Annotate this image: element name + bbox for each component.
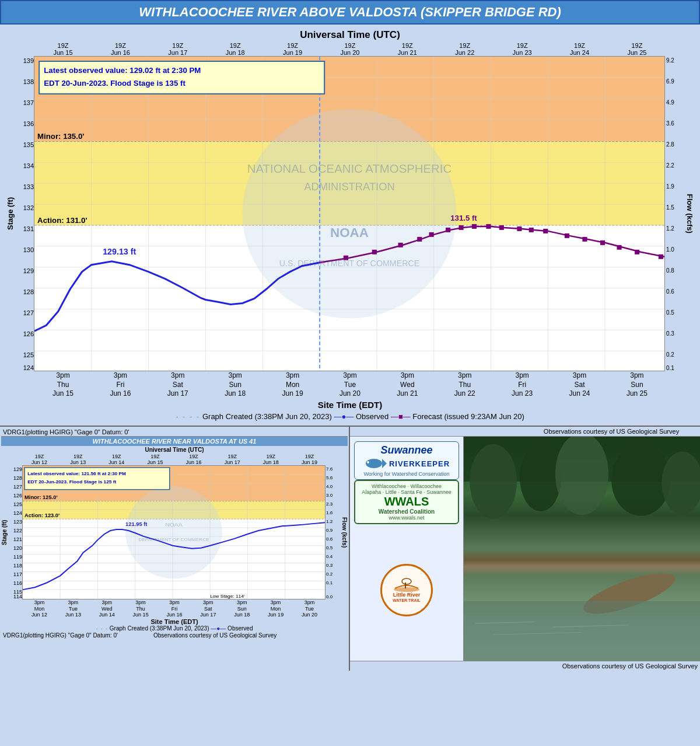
main-chart-section: Universal Time (UTC) 19ZJun 15 19ZJun 16… bbox=[0, 25, 700, 426]
utc-tick-9: 19ZJun 24 bbox=[554, 42, 606, 56]
bottom-left: VDRG1(plotting HGIRG) "Gage 0" Datum: 0'… bbox=[0, 427, 350, 671]
x-tick-1: 3pmFriJun 16 bbox=[94, 371, 146, 399]
sub-x-5: 3pmSatJun 17 bbox=[192, 599, 224, 618]
svg-point-96 bbox=[394, 587, 419, 592]
utc-tick-6: 19ZJun 21 bbox=[381, 42, 433, 56]
svg-text:NOAA: NOAA bbox=[165, 521, 183, 528]
sub-chart-footer: VDRG1(plotting HGIRG) "Gage 0" Datum: 0'… bbox=[1, 632, 348, 639]
svg-text:ADMINISTRATION: ADMINISTRATION bbox=[304, 181, 394, 193]
svg-text:EDT 20-Jun-2023. Flood Stage i: EDT 20-Jun-2023. Flood Stage is 125 ft bbox=[27, 479, 116, 484]
sub-utc-6: 19ZJun 18 bbox=[255, 454, 287, 465]
sub-y-right-label: Flow (kcfs) bbox=[340, 465, 348, 599]
sub-x-6: 3pmSunJun 18 bbox=[226, 599, 258, 618]
svg-rect-36 bbox=[344, 256, 348, 260]
logos-panel: Suwannee RIVERKEEPER Working for Watersh… bbox=[350, 437, 464, 661]
footer-datum-right bbox=[352, 663, 525, 670]
utc-tick-4: 19ZJun 19 bbox=[267, 42, 319, 56]
svg-point-93 bbox=[366, 459, 382, 468]
svg-rect-49 bbox=[565, 233, 569, 238]
svg-rect-37 bbox=[372, 250, 377, 255]
x-tick-10: 3pmSunJun 25 bbox=[611, 371, 663, 399]
y-axis-right-numbers: 9.2 6.9 4.9 3.6 2.8 2.2 1.9 1.5 1.2 1.0 … bbox=[665, 56, 684, 371]
svg-rect-47 bbox=[529, 228, 534, 232]
utc-tick-5: 19ZJun 20 bbox=[324, 42, 376, 56]
y-axis-right-label: Flow (kcfs) bbox=[684, 56, 695, 371]
svg-text:Low Stage: 114': Low Stage: 114' bbox=[210, 594, 245, 599]
svg-point-101 bbox=[520, 444, 561, 511]
utc-tick-7: 19ZJun 22 bbox=[439, 42, 491, 56]
y-axis-left-numbers: 139 138 137 136 135 134 133 132 131 130 … bbox=[16, 56, 34, 371]
sub-y-right-numbers: 7.6 5.6 4.0 3.0 2.3 1.6 1.2 0.9 0.6 0.5 … bbox=[326, 465, 340, 599]
svg-rect-45 bbox=[499, 225, 504, 230]
svg-rect-42 bbox=[459, 225, 463, 230]
svg-text:Latest observed value: 129.02 : Latest observed value: 129.02 ft at 2:30… bbox=[44, 66, 201, 75]
sub-utc-label: Universal Time (UTC) bbox=[1, 446, 348, 454]
svg-point-95 bbox=[367, 461, 369, 463]
sub-utc-0: 19ZJun 12 bbox=[23, 454, 55, 465]
x-tick-4: 3pmMonJun 19 bbox=[267, 371, 319, 399]
sub-x-3: 3pmThuJun 15 bbox=[125, 599, 157, 618]
x-tick-7: 3pmThuJun 22 bbox=[439, 371, 491, 399]
x-tick-5: 3pmTueJun 20 bbox=[324, 371, 376, 399]
main-chart-area: NATIONAL OCEANIC ATMOSPHERIC ADMINISTRAT… bbox=[34, 56, 665, 371]
svg-text:Minor: 125.0': Minor: 125.0' bbox=[24, 494, 58, 500]
utc-tick-row: 19ZJun 15 19ZJun 16 19ZJun 17 19ZJun 18 … bbox=[5, 42, 695, 56]
utc-tick-0: 19ZJun 15 bbox=[37, 42, 89, 56]
svg-rect-46 bbox=[517, 226, 522, 231]
svg-text:129.13 ft: 129.13 ft bbox=[103, 247, 136, 256]
svg-rect-53 bbox=[635, 250, 639, 255]
sub-site-time-label: Site Time (EDT) bbox=[1, 618, 348, 625]
svg-rect-50 bbox=[582, 237, 587, 242]
sub-chart-title: WITHLACOOCHEE RIVER NEAR VALDOSTA AT US … bbox=[1, 437, 348, 446]
footer-obs-right: Observations courtesy of US Geological S… bbox=[525, 663, 698, 670]
utc-tick-8: 19ZJun 23 bbox=[496, 42, 548, 56]
sub-datum-bar: VDRG1(plotting HGIRG) "Gage 0" Datum: 0' bbox=[1, 428, 348, 437]
chart-wrapper: Stage (ft) 139 138 137 136 135 134 133 1… bbox=[5, 56, 695, 371]
x-tick-9: 3pmSatJun 24 bbox=[554, 371, 606, 399]
x-tick-2: 3pmSatJun 17 bbox=[152, 371, 204, 399]
sub-x-row: 3pmMonJun 12 3pmTueJun 13 3pmWedJun 14 3… bbox=[1, 599, 348, 618]
obs-courtesy-text: Observations courtesy of US Geological S… bbox=[525, 428, 698, 435]
sub-utc-5: 19ZJun 17 bbox=[216, 454, 249, 465]
svg-rect-39 bbox=[417, 237, 422, 242]
sub-chart-area: NOAA DEPARTMENT OF COMMERCE Minor: 125.0… bbox=[22, 465, 326, 599]
x-tick-6: 3pmWedJun 21 bbox=[381, 371, 433, 399]
svg-rect-51 bbox=[600, 240, 605, 245]
svg-rect-44 bbox=[486, 224, 491, 229]
svg-text:Action: 131.0': Action: 131.0' bbox=[37, 216, 87, 225]
svg-rect-43 bbox=[472, 224, 477, 229]
svg-rect-52 bbox=[617, 245, 621, 250]
sub-utc-2: 19ZJun 14 bbox=[100, 454, 132, 465]
riverkeeper-logo: Suwannee RIVERKEEPER Working for Watersh… bbox=[354, 441, 459, 480]
svg-text:121.95 ft: 121.95 ft bbox=[125, 521, 147, 527]
svg-text:Action: 123.0': Action: 123.0' bbox=[24, 513, 60, 518]
svg-rect-41 bbox=[446, 228, 450, 232]
sub-x-8: 3pmTueJun 20 bbox=[293, 599, 326, 618]
utc-tick-10: 19ZJun 25 bbox=[611, 42, 663, 56]
bottom-right-footer: Observations courtesy of US Geological S… bbox=[350, 661, 700, 671]
svg-rect-54 bbox=[659, 255, 663, 259]
bottom-section: VDRG1(plotting HGIRG) "Gage 0" Datum: 0'… bbox=[0, 426, 700, 671]
utc-tick-3: 19ZJun 18 bbox=[209, 42, 261, 56]
littleriver-logo: Little River WATER TRAIL bbox=[380, 564, 433, 616]
sub-utc-7: 19ZJun 19 bbox=[293, 454, 326, 465]
svg-point-102 bbox=[555, 437, 608, 515]
svg-rect-97 bbox=[405, 583, 406, 588]
sub-y-left-label: Stage (ft) bbox=[1, 465, 9, 599]
svg-marker-94 bbox=[382, 459, 387, 468]
sub-x-0: 3pmMonJun 12 bbox=[23, 599, 55, 618]
sub-utc-4: 19ZJun 16 bbox=[178, 454, 210, 465]
svg-point-27 bbox=[243, 109, 457, 319]
utc-tick-2: 19ZJun 17 bbox=[152, 42, 204, 56]
svg-point-103 bbox=[611, 444, 670, 516]
sub-x-2: 3pmWedJun 14 bbox=[91, 599, 123, 618]
x-tick-0: 3pmThuJun 15 bbox=[37, 371, 89, 399]
sub-chart-legend: - - - Graph Created (3:38PM Jun 20, 2023… bbox=[1, 625, 348, 632]
svg-text:Minor: 135.0': Minor: 135.0' bbox=[37, 133, 84, 141]
y-axis-left-label: Stage (ft) bbox=[5, 56, 16, 371]
svg-point-100 bbox=[470, 444, 517, 519]
sub-x-1: 3pmTueJun 13 bbox=[57, 599, 89, 618]
x-axis-row: 3pmThuJun 15 3pmFriJun 16 3pmSatJun 17 3… bbox=[5, 371, 695, 399]
svg-rect-38 bbox=[398, 243, 403, 247]
main-title-bar: WITHLACOOCHEE RIVER ABOVE VALDOSTA (SKIP… bbox=[0, 0, 700, 25]
